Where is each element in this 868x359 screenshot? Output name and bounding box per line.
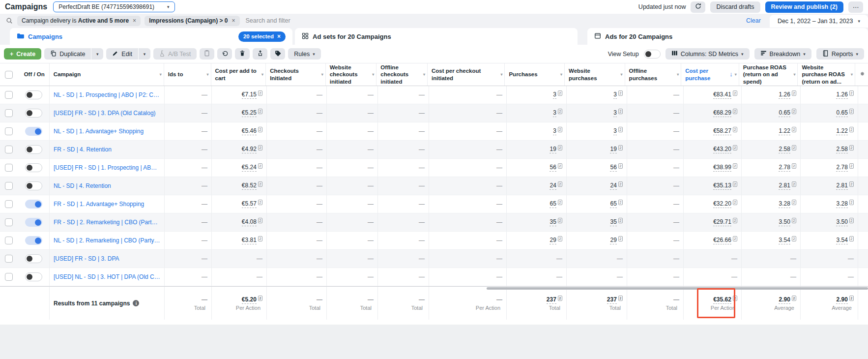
toggle-knob	[27, 92, 32, 98]
column-sort-caret-icon[interactable]: ▾	[321, 72, 323, 77]
info-icon[interactable]: i	[133, 300, 139, 306]
column-header-website-purchases[interactable]: Website purchases▾	[564, 63, 625, 86]
campaign-toggle[interactable]	[25, 254, 42, 263]
campaign-name-link[interactable]: NL - SD | 1. Prospecting | ABO | P2: Cre…	[54, 91, 160, 98]
edit-dropdown-button[interactable]: ▾	[139, 48, 150, 60]
column-header-purchases[interactable]: Purchases▾	[504, 63, 564, 86]
gear-icon[interactable]	[859, 71, 865, 78]
campaign-toggle[interactable]	[25, 127, 42, 136]
campaign-name-link[interactable]: NL - SD | 2. Remarketing | CBO (Party Pa…	[54, 237, 160, 244]
row-checkbox[interactable]	[5, 91, 13, 99]
column-sort-caret-icon[interactable]: ▾	[735, 72, 737, 77]
tab-campaigns[interactable]: Campaigns 20 selected ×	[10, 28, 292, 45]
breakdown-button[interactable]: Breakdown ▾	[754, 48, 811, 60]
row-checkbox[interactable]	[5, 164, 13, 172]
export-button[interactable]	[253, 48, 267, 60]
column-sort-caret-icon[interactable]: ▾	[206, 72, 208, 77]
column-sort-caret-icon[interactable]: ▾	[160, 72, 162, 77]
tag-button[interactable]	[270, 48, 285, 60]
create-button[interactable]: + Create	[4, 48, 41, 60]
column-header-checkouts-initiated[interactable]: Checkouts Initiated▾	[265, 63, 325, 86]
campaign-name-link[interactable]: [USED] NL - SD | 3. HOT | DPA (Old Catal…	[54, 273, 160, 280]
tab-ad-sets[interactable]: Ad sets for 20 Campaigns	[295, 28, 578, 45]
column-sort-caret-icon[interactable]: ▾	[500, 72, 502, 77]
campaign-name-link[interactable]: [USED] FR - SD | 3. DPA (Old Catalog)	[54, 110, 156, 117]
column-header-offline-purchases[interactable]: Offline purchases▾	[625, 63, 681, 86]
discard-drafts-button[interactable]: Discard drafts	[710, 1, 760, 13]
review-publish-button[interactable]: Review and publish (2)	[765, 1, 843, 13]
delete-button[interactable]	[235, 48, 250, 60]
campaign-toggle[interactable]	[25, 272, 42, 281]
campaign-toggle[interactable]	[25, 90, 42, 99]
campaign-toggle[interactable]	[25, 218, 42, 227]
campaign-name-link[interactable]: [USED] FR - SD | 3. DPA	[54, 255, 119, 262]
selected-count-pill[interactable]: 20 selected ×	[238, 31, 286, 42]
ab-test-button[interactable]: A/B Test	[153, 48, 197, 60]
filter-chip-impressions[interactable]: Impressions (Campaign) > 0 ×	[145, 16, 239, 26]
select-all-checkbox[interactable]	[5, 71, 13, 79]
column-sort-caret-icon[interactable]: ▾	[851, 72, 853, 77]
column-header-cost-per-add-to-cart[interactable]: Cost per add to cart▾	[211, 63, 266, 86]
filter-chip-campaign-delivery[interactable]: Campaign delivery is Active and 5 more ×	[17, 16, 141, 26]
refresh-button[interactable]	[691, 1, 705, 13]
column-header-cost-per-checkout-initiated[interactable]: Cost per checkout initiated▾	[427, 63, 504, 86]
empty-value: —	[419, 219, 425, 226]
campaign-name-link[interactable]: FR - SD | 4. Retention	[54, 146, 112, 153]
row-checkbox[interactable]	[5, 109, 13, 117]
column-header-adds-to-cart[interactable]: lds to▾	[164, 63, 211, 86]
attribution-badge: 2	[558, 90, 562, 96]
row-checkbox[interactable]	[5, 218, 13, 226]
close-icon[interactable]: ×	[232, 17, 235, 24]
column-sort-caret-icon[interactable]: ▾	[261, 72, 263, 77]
automated-rules-clipboard-button[interactable]	[200, 48, 214, 60]
column-sort-caret-icon[interactable]: ▾	[621, 72, 623, 77]
column-header-website-checkouts-initiated[interactable]: Website checkouts initiated▾	[325, 63, 376, 86]
campaign-toggle[interactable]	[25, 200, 42, 209]
row-checkbox[interactable]	[5, 146, 13, 153]
column-sort-caret-icon[interactable]: ▾	[423, 72, 425, 77]
campaign-toggle[interactable]	[25, 163, 42, 172]
column-header-offline-checkouts-initiated[interactable]: Offline checkouts initiated▾	[376, 63, 427, 86]
edit-button[interactable]: Edit	[106, 48, 138, 60]
campaign-toggle[interactable]	[25, 181, 42, 190]
campaign-name-link[interactable]: NL - SD | 4. Retention	[54, 182, 111, 189]
date-range-selector[interactable]: Dec 1, 2022 – Jan 31, 2023 ▾	[770, 15, 868, 28]
column-header-purchase-roas[interactable]: Purchase ROAS (return on ad spend)▾	[739, 63, 798, 86]
search-filter-input[interactable]: Search and filter	[246, 17, 290, 24]
row-checkbox[interactable]	[5, 255, 13, 263]
row-checkbox[interactable]	[5, 237, 13, 244]
ad-account-selector[interactable]: PerfectDraft BE (747715596398691) ▾	[53, 1, 174, 12]
campaign-name-link[interactable]: NL - SD | 1. Advantage+ Shopping	[54, 128, 144, 135]
row-checkbox[interactable]	[5, 273, 13, 281]
reports-button[interactable]: Reports ▾	[816, 48, 864, 60]
campaign-toggle[interactable]	[25, 145, 42, 154]
row-checkbox[interactable]	[5, 127, 13, 135]
columns-button[interactable]: Columns: SD Metrics ▾	[665, 48, 750, 60]
campaign-name-link[interactable]: FR - SD | 1. Advantage+ Shopping	[54, 201, 144, 208]
horizontal-scrollbar-thumb[interactable]	[487, 287, 868, 290]
close-icon[interactable]: ×	[133, 17, 136, 24]
column-sort-caret-icon[interactable]: ▾	[793, 72, 795, 77]
column-header-cost-per-purchase[interactable]: Cost per purchase↓▾	[681, 63, 739, 86]
campaign-toggle[interactable]	[25, 109, 42, 118]
campaign-name-link[interactable]: FR - SD | 2. Remarketing | CBO (Party Pa…	[54, 219, 160, 226]
campaign-name-link[interactable]: [USED] FR - SD | 1. Prospecting | ABO | …	[54, 164, 160, 171]
duplicate-dropdown-button[interactable]: ▾	[91, 48, 103, 60]
tab-ads[interactable]: Ads for 20 Campaigns	[587, 28, 868, 45]
clear-filters-link[interactable]: Clear	[746, 17, 761, 24]
close-icon[interactable]: ×	[277, 33, 281, 40]
column-sort-caret-icon[interactable]: ▾	[372, 72, 374, 77]
campaign-toggle[interactable]	[25, 236, 42, 245]
column-header-website-purchase-roas[interactable]: Website purchase ROAS (return on ad...▾	[797, 63, 855, 86]
row-checkbox[interactable]	[5, 200, 13, 208]
view-setup-toggle[interactable]	[644, 50, 661, 59]
duplicate-button[interactable]: Duplicate	[44, 48, 91, 60]
column-header-off-on[interactable]: Off / On	[18, 63, 49, 86]
more-options-button[interactable]: ⋯	[848, 1, 863, 13]
undo-button[interactable]	[217, 48, 232, 60]
row-checkbox[interactable]	[5, 182, 13, 190]
column-sort-caret-icon[interactable]: ▾	[677, 72, 679, 77]
column-header-campaign[interactable]: Campaign▾	[49, 63, 164, 86]
rules-button[interactable]: Rules ▾	[288, 48, 321, 60]
column-sort-caret-icon[interactable]: ▾	[560, 72, 562, 77]
